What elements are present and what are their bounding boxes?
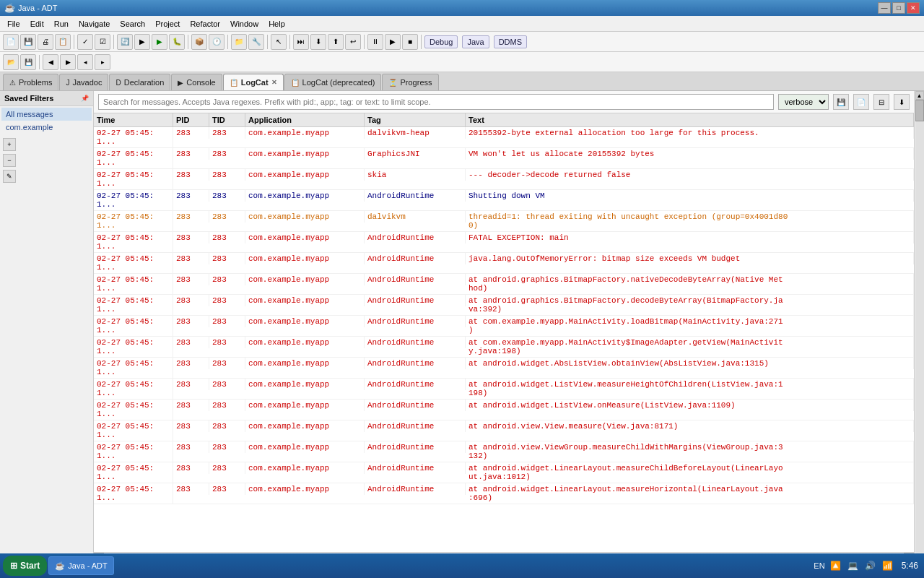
tab-progress[interactable]: ⏳Progress [382, 74, 438, 90]
menu-item-help[interactable]: Help [264, 18, 289, 30]
clock-button[interactable]: 🕐 [209, 34, 225, 50]
menu-item-navigate[interactable]: Navigate [74, 18, 114, 30]
logcat-tab-icon: 📋 [230, 79, 238, 87]
next-edit-button[interactable]: ▸ [95, 54, 110, 70]
java-label[interactable]: Java [462, 35, 489, 48]
refresh-button[interactable]: 🔄 [117, 34, 133, 50]
forward-button[interactable]: ▶ [60, 54, 76, 70]
folder-button[interactable]: 📁 [231, 34, 247, 50]
log-cell-text: Shutting down VM [466, 190, 914, 202]
package-button[interactable]: 📦 [191, 34, 207, 50]
tab-logcat-deprecated[interactable]: 📋LogCat (deprecated) [284, 74, 382, 90]
copy-button[interactable]: 📋 [55, 34, 71, 50]
menu-item-refactor[interactable]: Refactor [186, 18, 225, 30]
table-row[interactable]: 02-27 05:45:1...283283com.example.myapps… [94, 169, 914, 190]
tab-logcat[interactable]: 📋LogCat✕ [223, 74, 284, 90]
app-icon: ☕ [4, 3, 15, 13]
tab-console[interactable]: ▶Console [171, 74, 222, 90]
taskbar-adt-button[interactable]: ☕ Java - ADT [48, 556, 113, 575]
log-cell-tid: 283 [209, 253, 245, 264]
toggle-layout-button[interactable]: ⊟ [873, 94, 889, 110]
tray-icon-1[interactable]: 🔼 [829, 559, 842, 572]
table-row[interactable]: 02-27 05:45:1...283283com.example.myappA… [94, 274, 914, 295]
menu-item-run[interactable]: Run [50, 18, 73, 30]
open-file-button[interactable]: 📂 [3, 54, 19, 70]
javadoc-tab-icon: J [66, 79, 69, 87]
sidebar-item-all-messages[interactable]: All messages [1, 108, 92, 121]
log-cell-text: at com.example.myapp.MainActivity.loadBi… [466, 316, 914, 336]
debug-btn2[interactable]: ⏸ [367, 34, 383, 50]
ddms-label[interactable]: DDMS [494, 35, 527, 48]
run-button[interactable]: ▶ [152, 34, 167, 50]
edit-filter-button[interactable]: ✎ [3, 170, 16, 183]
table-row[interactable]: 02-27 05:45:1...283283com.example.myappA… [94, 379, 914, 400]
table-row[interactable]: 02-27 05:45:1...283283com.example.myappd… [94, 127, 914, 148]
new-button[interactable]: 📄 [3, 34, 19, 50]
save-button[interactable]: 💾 [20, 34, 36, 50]
table-row[interactable]: 02-27 05:45:1...283283com.example.myappA… [94, 420, 914, 441]
minimize-button[interactable]: — [878, 2, 891, 14]
build-button[interactable]: ▶ [134, 34, 150, 50]
menu-item-edit[interactable]: Edit [26, 18, 48, 30]
table-row[interactable]: 02-27 05:45:1...283283com.example.myappA… [94, 462, 914, 483]
step-over-button[interactable]: ⏭ [293, 34, 309, 50]
step-return-button[interactable]: ↩ [345, 34, 361, 50]
table-row[interactable]: 02-27 05:45:1...283283com.example.myappA… [94, 400, 914, 420]
table-row[interactable]: 02-27 05:45:1...283283com.example.myappA… [94, 232, 914, 253]
table-row[interactable]: 02-27 05:45:1...283283com.example.myappA… [94, 253, 914, 274]
logcat-search-input[interactable] [98, 94, 774, 110]
back-button[interactable]: ◀ [43, 54, 58, 70]
vscroll-track[interactable] [915, 100, 924, 553]
save-log-button[interactable]: 💾 [833, 94, 849, 110]
tray-icon-2[interactable]: 💻 [847, 559, 860, 572]
tray-icon-3[interactable]: 🔊 [864, 559, 877, 572]
wrench-button[interactable]: 🔧 [248, 34, 264, 50]
save-all-button[interactable]: 💾 [20, 54, 36, 70]
maximize-button[interactable]: □ [892, 2, 905, 14]
scroll-to-end-button[interactable]: ⬇ [894, 94, 910, 110]
table-row[interactable]: 02-27 05:45:1...283283com.example.myappA… [94, 190, 914, 211]
table-row[interactable]: 02-27 05:45:1...283283com.example.myappA… [94, 337, 914, 358]
add-filter-button[interactable]: + [3, 138, 16, 151]
print-button[interactable]: 🖨 [38, 34, 53, 50]
tray-icon-4[interactable]: 📶 [881, 559, 894, 572]
sidebar-pin-icon[interactable]: 📌 [81, 95, 89, 102]
log-cell-tag: skia [365, 169, 466, 181]
check2-button[interactable]: ☑ [95, 34, 110, 50]
clear-log-button[interactable]: 📄 [853, 94, 869, 110]
vscroll-thumb[interactable] [915, 100, 924, 121]
prev-edit-button[interactable]: ◂ [77, 54, 93, 70]
table-row[interactable]: 02-27 05:45:1...283283com.example.myappA… [94, 358, 914, 379]
vscroll-up-arrow[interactable]: ▲ [915, 91, 924, 100]
logcat-tab-close[interactable]: ✕ [271, 79, 277, 86]
tab-declaration[interactable]: DDeclaration [109, 74, 170, 90]
cursor-button[interactable]: ↖ [271, 34, 287, 50]
menu-item-project[interactable]: Project [151, 18, 184, 30]
tab-javadoc[interactable]: JJavadoc [59, 74, 108, 90]
terminate-button[interactable]: ■ [402, 34, 418, 50]
step-into-button[interactable]: ⬇ [310, 34, 326, 50]
table-row[interactable]: 02-27 05:45:1...283283com.example.myappG… [94, 148, 914, 169]
sidebar-title: Saved Filters [4, 94, 53, 103]
bug-button[interactable]: 🐛 [169, 34, 185, 50]
sidebar-item-com-example[interactable]: com.example [1, 121, 92, 134]
table-row[interactable]: 02-27 05:45:1...283283com.example.myappA… [94, 441, 914, 462]
check-button[interactable]: ✓ [77, 34, 93, 50]
close-button[interactable]: ✕ [907, 2, 920, 14]
log-cell-tag: AndroidRuntime [365, 232, 466, 243]
menu-item-window[interactable]: Window [226, 18, 263, 30]
menu-item-file[interactable]: File [3, 18, 25, 30]
resume-button[interactable]: ▶ [385, 34, 401, 50]
table-row[interactable]: 02-27 05:45:1...283283com.example.myappA… [94, 483, 914, 504]
menu-item-search[interactable]: Search [116, 18, 149, 30]
step-out-button[interactable]: ⬆ [328, 34, 344, 50]
verbose-level-select[interactable]: verbose debug info warn error [778, 94, 829, 110]
table-row[interactable]: 02-27 05:45:1...283283com.example.myappA… [94, 295, 914, 316]
taskbar: ⊞ Start ☕ Java - ADT EN 🔼 💻 🔊 📶 5:46 [0, 553, 924, 578]
start-button[interactable]: ⊞ Start [3, 556, 47, 576]
debug-label[interactable]: Debug [424, 35, 458, 48]
remove-filter-button[interactable]: − [3, 154, 16, 167]
tab-problems[interactable]: ⚠Problems [3, 74, 58, 90]
table-row[interactable]: 02-27 05:45:1...283283com.example.myappA… [94, 316, 914, 337]
table-row[interactable]: 02-27 05:45:1...283283com.example.myappd… [94, 211, 914, 232]
